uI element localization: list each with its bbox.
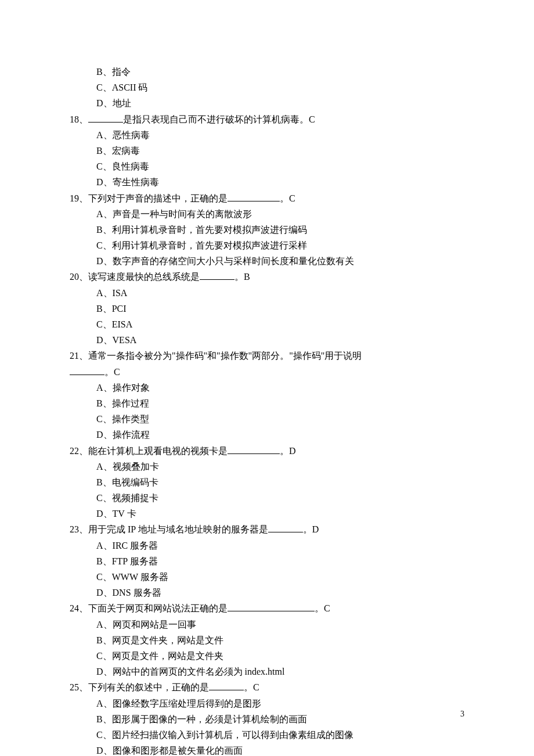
question-number: 18、: [70, 114, 88, 124]
option: D、图像和图形都是被矢量化的画面: [70, 743, 464, 756]
option: B、宏病毒: [70, 143, 464, 159]
question-text: 。: [303, 524, 312, 534]
question-20: 20、读写速度最快的总线系统是。B: [70, 269, 464, 285]
question-number: 23、: [70, 524, 88, 534]
question-text: 通常一条指令被分为"操作码"和"操作数"两部分。"操作码"用于说明: [88, 351, 362, 361]
question-text: 。: [315, 603, 324, 613]
option: B、网页是文件夹，网站是文件: [70, 632, 464, 648]
option: B、PCI: [70, 301, 464, 316]
option: A、图像经数字压缩处理后得到的是图形: [70, 696, 464, 711]
question-number: 22、: [70, 446, 88, 456]
answer: C: [289, 193, 295, 203]
question-text: 。: [280, 193, 289, 203]
option: C、良性病毒: [70, 159, 464, 174]
option: B、图形属于图像的一种，必须是计算机绘制的画面: [70, 711, 464, 727]
option: C、图片经扫描仪输入到计算机后，可以得到由像素组成的图像: [70, 727, 464, 743]
option: A、操作对象: [70, 380, 464, 395]
question-21: 21、通常一条指令被分为"操作码"和"操作数"两部分。"操作码"用于说明: [70, 348, 464, 363]
blank: [268, 523, 303, 533]
question-number: 24、: [70, 603, 88, 613]
question-21-line2: 。C: [70, 364, 464, 380]
option: B、FTP 服务器: [70, 553, 464, 569]
answer: B: [244, 272, 250, 282]
question-text: 下列有关的叙述中，正确的是: [88, 682, 209, 692]
blank: [88, 112, 123, 123]
orphan-option: D、地址: [70, 95, 464, 111]
option: D、操作流程: [70, 427, 464, 442]
option: A、IRC 服务器: [70, 538, 464, 553]
option: D、TV 卡: [70, 506, 464, 521]
question-text: 下面关于网页和网站说法正确的是: [88, 603, 228, 613]
question-text: 下列对于声音的描述中，正确的是: [88, 193, 228, 203]
option: C、EISA: [70, 316, 464, 332]
option: C、WWW 服务器: [70, 569, 464, 585]
option: D、寄生性病毒: [70, 174, 464, 190]
question-text: 是指只表现自己而不进行破坏的计算机病毒。: [123, 114, 309, 124]
question-25: 25、下列有关的叙述中，正确的是。C: [70, 679, 464, 695]
answer: D: [289, 446, 296, 456]
blank: [200, 270, 234, 280]
option: D、DNS 服务器: [70, 585, 464, 600]
option: C、利用计算机录音时，首先要对模拟声波进行采样: [70, 237, 464, 253]
question-text: 。: [104, 367, 114, 377]
option: B、电视编码卡: [70, 474, 464, 490]
blank: [209, 681, 244, 691]
option: B、利用计算机录音时，首先要对模拟声波进行编码: [70, 222, 464, 237]
option: A、恶性病毒: [70, 127, 464, 143]
answer: C: [253, 682, 259, 692]
question-number: 25、: [70, 682, 88, 692]
option: C、视频捕捉卡: [70, 490, 464, 506]
option: B、操作过程: [70, 395, 464, 411]
question-text: 。: [280, 446, 289, 456]
question-23: 23、用于完成 IP 地址与域名地址映射的服务器是。D: [70, 521, 464, 537]
option: D、VESA: [70, 332, 464, 348]
option: C、操作类型: [70, 411, 464, 427]
option: C、网页是文件，网站是文件夹: [70, 648, 464, 664]
answer: D: [312, 524, 319, 534]
blank: [228, 444, 280, 454]
question-18: 18、是指只表现自己而不进行破坏的计算机病毒。C: [70, 111, 464, 127]
blank: [228, 191, 280, 201]
blank: [228, 602, 315, 612]
option: A、视频叠加卡: [70, 459, 464, 474]
option: A、ISA: [70, 285, 464, 301]
option: D、网站中的首网页的文件名必须为 index.html: [70, 664, 464, 679]
orphan-option: B、指令: [70, 64, 464, 80]
blank: [70, 365, 104, 375]
question-number: 19、: [70, 193, 88, 203]
orphan-option: C、ASCII 码: [70, 80, 464, 95]
question-text: 能在计算机上观看电视的视频卡是: [88, 446, 228, 456]
question-24: 24、下面关于网页和网站说法正确的是。C: [70, 600, 464, 616]
question-19: 19、下列对于声音的描述中，正确的是。C: [70, 190, 464, 206]
question-number: 20、: [70, 272, 88, 282]
question-number: 21、: [70, 351, 88, 361]
answer: C: [114, 367, 120, 377]
question-text: 用于完成 IP 地址与域名地址映射的服务器是: [88, 524, 268, 534]
question-22: 22、能在计算机上观看电视的视频卡是。D: [70, 443, 464, 459]
option: A、声音是一种与时间有关的离散波形: [70, 206, 464, 222]
answer: C: [324, 603, 330, 613]
page-number: 3: [460, 707, 464, 721]
question-text: 读写速度最快的总线系统是: [88, 272, 200, 282]
answer: C: [309, 114, 315, 124]
option: A、网页和网站是一回事: [70, 617, 464, 632]
option: D、数字声音的存储空间大小只与采样时间长度和量化位数有关: [70, 253, 464, 269]
question-text: 。: [244, 682, 253, 692]
question-text: 。: [234, 272, 244, 282]
